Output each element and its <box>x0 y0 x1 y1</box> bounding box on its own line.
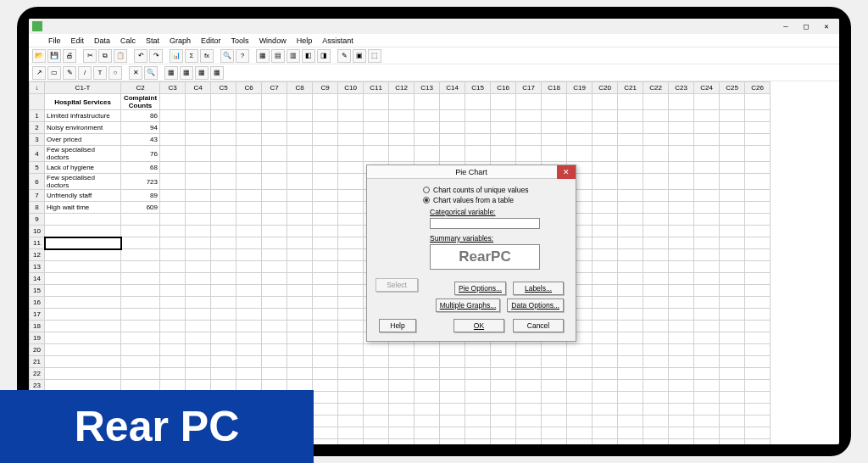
cell[interactable] <box>720 309 745 321</box>
col-header[interactable]: C12 <box>389 82 415 94</box>
cell[interactable] <box>618 273 643 285</box>
cell[interactable] <box>643 174 669 190</box>
cell[interactable] <box>121 368 160 380</box>
cell[interactable] <box>593 392 618 404</box>
cell[interactable] <box>121 309 160 321</box>
cell[interactable] <box>313 285 338 297</box>
cell[interactable] <box>643 427 669 439</box>
cell[interactable] <box>287 321 313 332</box>
cell[interactable] <box>236 214 262 226</box>
cell[interactable] <box>287 214 313 226</box>
cell[interactable] <box>491 380 516 392</box>
cell[interactable] <box>745 404 771 416</box>
cell[interactable] <box>694 226 720 237</box>
cell[interactable] <box>415 380 440 392</box>
row-header[interactable]: 7 <box>30 190 45 202</box>
cell[interactable] <box>160 237 186 249</box>
cell[interactable] <box>389 344 415 356</box>
cell[interactable] <box>236 309 262 321</box>
cell[interactable] <box>440 392 465 404</box>
cell[interactable] <box>643 416 669 427</box>
cell[interactable] <box>745 249 771 261</box>
cell[interactable] <box>186 202 211 214</box>
cell[interactable] <box>643 162 669 174</box>
cell[interactable] <box>313 261 338 273</box>
cell[interactable] <box>211 332 236 344</box>
cell[interactable] <box>186 321 211 332</box>
col-header[interactable]: C8 <box>287 82 313 94</box>
cell[interactable] <box>236 174 262 190</box>
cell[interactable] <box>338 297 364 309</box>
cell[interactable] <box>287 134 313 146</box>
col-label[interactable]: Hospital Services <box>45 94 121 110</box>
cell[interactable] <box>694 392 720 404</box>
cell[interactable] <box>643 122 669 134</box>
cell[interactable] <box>694 162 720 174</box>
cell[interactable] <box>262 249 287 261</box>
cell[interactable]: Few specialised doctors <box>45 174 121 190</box>
tb-redo-icon[interactable]: ↷ <box>149 49 163 63</box>
tb-stats-icon[interactable]: Σ <box>185 49 198 63</box>
cell[interactable] <box>364 368 389 380</box>
menu-stat[interactable]: Stat <box>142 36 164 46</box>
cell[interactable] <box>643 297 669 309</box>
cell[interactable] <box>287 261 313 273</box>
cell[interactable] <box>440 94 465 110</box>
row-header[interactable]: 10 <box>30 226 45 237</box>
data-options-button[interactable]: Data Options... <box>507 298 564 312</box>
cell[interactable] <box>643 380 669 392</box>
cell[interactable] <box>694 427 720 439</box>
cell[interactable] <box>440 134 465 146</box>
cell[interactable] <box>643 226 669 237</box>
cell[interactable] <box>262 321 287 332</box>
cell[interactable] <box>313 94 338 110</box>
cell[interactable] <box>593 404 618 416</box>
tb-misc5-icon[interactable]: ◨ <box>317 49 331 63</box>
cell[interactable] <box>415 146 440 162</box>
cell[interactable] <box>465 380 491 392</box>
cell[interactable] <box>745 122 771 134</box>
cell[interactable] <box>287 202 313 214</box>
cell[interactable] <box>643 309 669 321</box>
col-header[interactable]: C19 <box>567 82 593 94</box>
maximize-button[interactable]: □ <box>797 20 815 32</box>
cell[interactable] <box>745 261 771 273</box>
cell[interactable] <box>211 285 236 297</box>
summary-variables-input[interactable]: RearPC <box>430 244 540 270</box>
cell[interactable] <box>262 202 287 214</box>
cell[interactable] <box>160 309 186 321</box>
cell[interactable] <box>465 427 491 439</box>
cell[interactable] <box>364 380 389 392</box>
row-header[interactable]: 18 <box>30 321 45 332</box>
row-header[interactable]: 3 <box>30 134 45 146</box>
cell[interactable] <box>160 344 186 356</box>
cell[interactable] <box>186 94 211 110</box>
col-header[interactable]: C17 <box>516 82 542 94</box>
cell[interactable] <box>694 344 720 356</box>
cell[interactable] <box>745 134 771 146</box>
cell[interactable] <box>313 356 338 368</box>
cell[interactable] <box>618 249 643 261</box>
cell[interactable] <box>745 309 771 321</box>
cell[interactable] <box>720 134 745 146</box>
cell[interactable] <box>593 285 618 297</box>
cell[interactable] <box>618 226 643 237</box>
cell[interactable] <box>643 261 669 273</box>
tb-grid4-icon[interactable]: ▦ <box>210 66 224 80</box>
categorical-variable-input[interactable] <box>430 218 540 229</box>
cell[interactable] <box>720 392 745 404</box>
cell[interactable]: Few specialised doctors <box>45 146 121 162</box>
cell[interactable] <box>491 368 516 380</box>
cell[interactable] <box>542 416 567 427</box>
cell[interactable] <box>669 332 694 344</box>
cell[interactable] <box>287 356 313 368</box>
cell[interactable] <box>364 427 389 439</box>
tb-misc4-icon[interactable]: ◧ <box>302 49 315 63</box>
cell[interactable]: High wait time <box>45 202 121 214</box>
cell[interactable] <box>262 122 287 134</box>
cell[interactable] <box>186 174 211 190</box>
cell[interactable] <box>720 321 745 332</box>
radio-unique-values[interactable]: Chart counts of unique values <box>423 186 567 194</box>
tb-undo-icon[interactable]: ↶ <box>134 49 147 63</box>
cell[interactable] <box>720 404 745 416</box>
